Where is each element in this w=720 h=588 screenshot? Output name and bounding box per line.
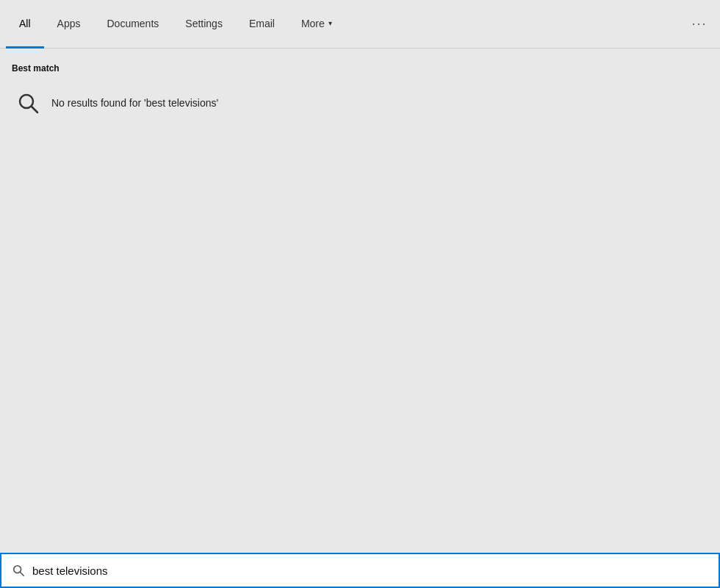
tab-all[interactable]: All	[6, 0, 44, 49]
tab-apps[interactable]: Apps	[44, 0, 94, 49]
tab-settings-label: Settings	[185, 18, 223, 29]
no-results-text: No results found for 'best televisions'	[51, 97, 218, 109]
svg-line-3	[20, 572, 24, 576]
tab-apps-label: Apps	[57, 18, 81, 29]
tab-all-label: All	[19, 18, 31, 29]
more-options-button[interactable]: ···	[685, 0, 714, 48]
search-input[interactable]	[32, 564, 708, 577]
search-bar	[0, 553, 720, 588]
search-bar-icon	[12, 564, 25, 577]
no-results-row: No results found for 'best televisions'	[12, 84, 304, 122]
tab-bar: All Apps Documents Settings Email More ▾…	[0, 0, 720, 49]
tab-more[interactable]: More ▾	[288, 0, 345, 49]
svg-line-1	[32, 107, 37, 112]
tab-documents-label: Documents	[107, 18, 159, 29]
main-content: Best match No results found for 'best te…	[0, 49, 720, 553]
tab-more-label: More	[301, 18, 325, 29]
tab-settings[interactable]: Settings	[172, 0, 236, 49]
best-match-heading: Best match	[12, 63, 304, 74]
tab-bar-spacer	[345, 0, 685, 48]
chevron-down-icon: ▾	[328, 19, 332, 27]
tab-email-label: Email	[249, 18, 275, 29]
search-icon	[15, 90, 41, 116]
tab-email[interactable]: Email	[236, 0, 288, 49]
tab-documents[interactable]: Documents	[93, 0, 172, 49]
right-panel	[316, 49, 720, 553]
left-panel: Best match No results found for 'best te…	[0, 49, 316, 553]
